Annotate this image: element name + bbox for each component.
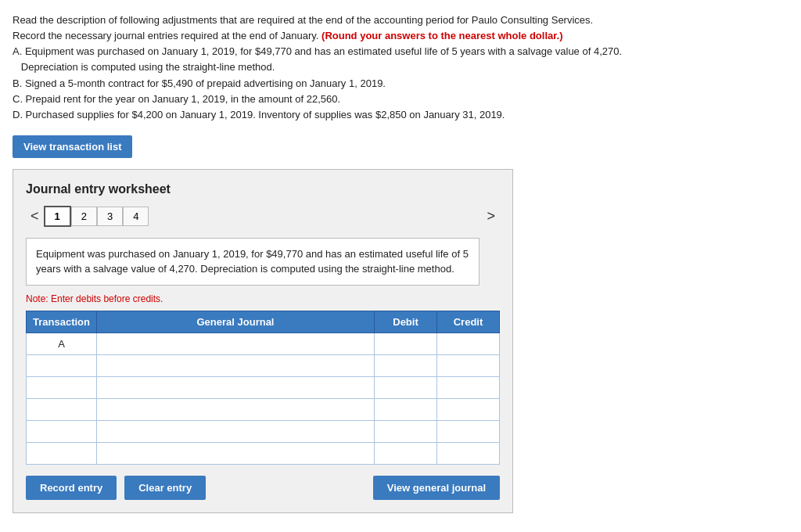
col-header-general-journal: General Journal xyxy=(97,311,375,332)
debit-input[interactable] xyxy=(375,443,436,464)
table-row xyxy=(27,420,500,442)
general-journal-input[interactable] xyxy=(97,333,374,354)
transaction-cell: A xyxy=(27,332,97,354)
action-buttons: Record entry Clear entry View general jo… xyxy=(26,476,500,500)
credit-cell[interactable] xyxy=(437,332,500,354)
general-journal-input[interactable] xyxy=(97,355,374,376)
credit-cell[interactable] xyxy=(437,442,500,464)
transaction-cell xyxy=(27,420,97,442)
general-journal-cell[interactable] xyxy=(97,332,375,354)
general-journal-cell[interactable] xyxy=(97,420,375,442)
credit-input[interactable] xyxy=(437,333,499,354)
tab-4[interactable]: 4 xyxy=(123,207,149,226)
transaction-cell xyxy=(27,376,97,398)
transaction-cell xyxy=(27,398,97,420)
journal-entry-worksheet: Journal entry worksheet < 1 2 3 4 > Equi… xyxy=(13,169,513,513)
view-general-journal-button[interactable]: View general journal xyxy=(373,476,500,500)
debit-cell[interactable] xyxy=(375,376,437,398)
tab-2[interactable]: 2 xyxy=(71,207,97,226)
instructions-block: Read the description of following adjust… xyxy=(13,13,685,123)
debit-input[interactable] xyxy=(375,421,436,442)
general-journal-input[interactable] xyxy=(97,399,374,420)
tab-1[interactable]: 1 xyxy=(44,206,71,227)
credit-cell[interactable] xyxy=(437,420,500,442)
instruction-item-a2: Depreciation is computed using the strai… xyxy=(21,61,275,73)
tab-3[interactable]: 3 xyxy=(97,207,123,226)
credit-cell[interactable] xyxy=(437,376,500,398)
debit-input[interactable] xyxy=(375,333,436,354)
credit-input[interactable] xyxy=(437,377,499,398)
col-header-credit: Credit xyxy=(437,311,500,332)
instruction-item-d: D. Purchased supplies for $4,200 on Janu… xyxy=(13,109,505,120)
table-row xyxy=(27,398,500,420)
instruction-highlight: (Round your answers to the nearest whole… xyxy=(321,30,562,41)
worksheet-description: Equipment was purchased on January 1, 20… xyxy=(26,238,480,286)
worksheet-title: Journal entry worksheet xyxy=(26,182,500,196)
general-journal-input[interactable] xyxy=(97,443,374,464)
instruction-item-b: B. Signed a 5-month contract for $5,490 … xyxy=(13,77,386,89)
credit-cell[interactable] xyxy=(437,398,500,420)
table-row xyxy=(27,376,500,398)
general-journal-cell[interactable] xyxy=(97,376,375,398)
debit-cell[interactable] xyxy=(375,442,437,464)
note-text: Note: Enter debits before credits. xyxy=(26,293,500,304)
credit-input[interactable] xyxy=(437,421,499,442)
instruction-line1: Read the description of following adjust… xyxy=(13,14,593,26)
general-journal-input[interactable] xyxy=(97,377,374,398)
col-header-transaction: Transaction xyxy=(27,311,97,332)
general-journal-cell[interactable] xyxy=(97,398,375,420)
instruction-item-c: C. Prepaid rent for the year on January … xyxy=(13,93,340,105)
record-entry-button[interactable]: Record entry xyxy=(26,476,117,500)
table-row: A xyxy=(27,332,500,354)
debit-cell[interactable] xyxy=(375,420,437,442)
next-tab-button[interactable]: > xyxy=(482,207,500,226)
credit-input[interactable] xyxy=(437,399,499,420)
table-row xyxy=(27,354,500,376)
instruction-item-a: A. Equipment was purchased on January 1,… xyxy=(13,45,622,57)
debit-cell[interactable] xyxy=(375,398,437,420)
journal-table: Transaction General Journal Debit Credit… xyxy=(26,311,500,465)
debit-input[interactable] xyxy=(375,377,436,398)
prev-tab-button[interactable]: < xyxy=(26,207,44,226)
clear-entry-button[interactable]: Clear entry xyxy=(124,476,206,500)
debit-input[interactable] xyxy=(375,355,436,376)
instruction-line2: Record the necessary journal entries req… xyxy=(13,30,318,41)
view-transaction-button[interactable]: View transaction list xyxy=(13,135,132,158)
transaction-cell xyxy=(27,354,97,376)
debit-cell[interactable] xyxy=(375,354,437,376)
tab-navigation: < 1 2 3 4 > xyxy=(26,206,500,227)
credit-input[interactable] xyxy=(437,443,499,464)
col-header-debit: Debit xyxy=(375,311,437,332)
transaction-cell xyxy=(27,442,97,464)
general-journal-cell[interactable] xyxy=(97,354,375,376)
credit-input[interactable] xyxy=(437,355,499,376)
debit-input[interactable] xyxy=(375,399,436,420)
table-row xyxy=(27,442,500,464)
general-journal-cell[interactable] xyxy=(97,442,375,464)
credit-cell[interactable] xyxy=(437,354,500,376)
debit-cell[interactable] xyxy=(375,332,437,354)
general-journal-input[interactable] xyxy=(97,421,374,442)
